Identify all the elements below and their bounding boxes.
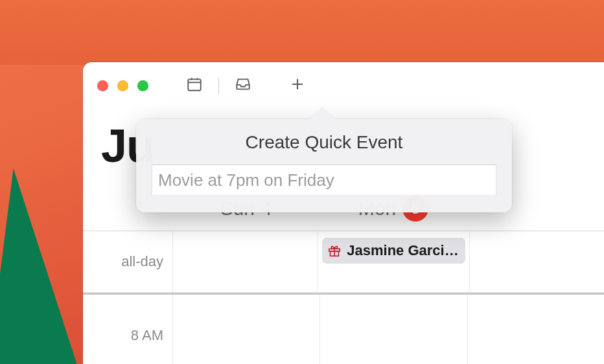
inbox-button[interactable]: [228, 73, 258, 98]
allday-cell[interactable]: [469, 231, 604, 292]
plus-icon: [290, 77, 305, 94]
quick-event-input[interactable]: [152, 165, 496, 196]
window-titlebar: [83, 62, 604, 109]
toolbar-separator: [218, 77, 219, 94]
calendar-window: Ju Sun 4 Mon 5 all-day: [83, 62, 604, 364]
allday-label: all-day: [83, 231, 172, 292]
event-title: Jasmine Garci…: [347, 242, 458, 259]
time-row: 8 AM: [83, 293, 604, 364]
allday-cell-mon[interactable]: Jasmine Garci…: [318, 231, 469, 292]
time-label: 8 AM: [83, 295, 172, 364]
time-cell[interactable]: [319, 295, 467, 364]
window-controls: [97, 80, 148, 91]
allday-row: all-day Jasmine Garci…: [83, 231, 604, 293]
calendar-icon: [186, 76, 203, 95]
inbox-icon: [235, 76, 251, 95]
quick-event-popover: Create Quick Event: [136, 119, 512, 212]
window-zoom-button[interactable]: [137, 80, 148, 91]
popover-title: Create Quick Event: [152, 132, 496, 153]
allday-cell-sun[interactable]: [172, 231, 318, 292]
allday-event[interactable]: Jasmine Garci…: [322, 238, 465, 264]
window-minimize-button[interactable]: [117, 80, 128, 91]
time-cell[interactable]: [467, 295, 604, 364]
window-close-button[interactable]: [97, 80, 108, 91]
svg-rect-0: [188, 79, 201, 90]
calendar-grid: all-day Jasmine Garci…: [83, 231, 604, 364]
gift-icon: [327, 244, 342, 258]
calendars-button[interactable]: [180, 73, 209, 98]
wallpaper-segment: [0, 0, 604, 65]
add-event-button[interactable]: [283, 73, 312, 98]
time-cell[interactable]: [172, 295, 319, 364]
